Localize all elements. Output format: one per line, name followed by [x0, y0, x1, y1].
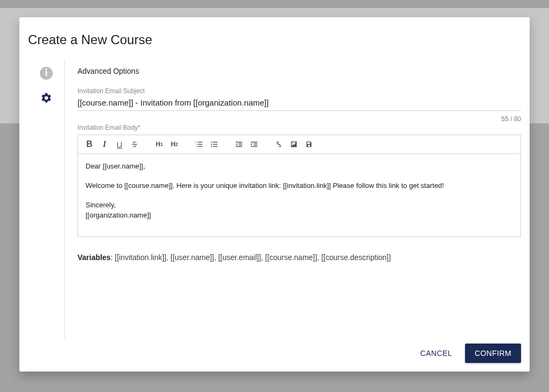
bold-button[interactable]: B [83, 138, 95, 150]
variables-hint: Variables: [[invitation.link]], [[user.n… [78, 253, 521, 262]
outdent-icon [235, 140, 243, 149]
svg-point-0 [45, 68, 47, 70]
unordered-list-button[interactable] [208, 138, 220, 150]
variables-label: Variables [78, 253, 111, 262]
strikethrough-button[interactable] [129, 138, 140, 150]
save-editor-button[interactable] [303, 138, 315, 150]
section-title: Advanced Options [78, 67, 521, 75]
invitation-email-subject-input[interactable] [78, 95, 521, 111]
image-icon [290, 140, 298, 149]
svg-point-3 [211, 144, 212, 145]
variables-list: : [[invitation.link]], [[user.name]], [[… [111, 253, 391, 262]
link-button[interactable] [273, 138, 285, 150]
subject-char-count: 55 / 80 [78, 115, 521, 123]
invitation-email-body-input[interactable]: Dear [[user.name]], Welcome to [[course.… [78, 154, 520, 236]
info-icon [45, 68, 47, 78]
modal-backdrop: Create a New Course Advanced Options Inv… [0, 0, 549, 392]
image-button[interactable] [288, 138, 300, 150]
strikethrough-icon [130, 140, 139, 149]
body-line-4: [[organization.name]] [86, 211, 513, 220]
cancel-button[interactable]: CANCEL [411, 344, 462, 363]
ordered-list-icon [195, 140, 203, 149]
outdent-button[interactable] [233, 138, 245, 150]
modal-body: Advanced Options Invitation Email Subjec… [28, 60, 521, 339]
svg-point-2 [211, 142, 212, 143]
save-icon [305, 140, 313, 149]
body-line-2: Welcome to [[course.name]]. Here is your… [86, 181, 513, 191]
italic-button[interactable]: I [98, 138, 110, 150]
editor-toolbar: B I U H1 H2 [78, 135, 520, 154]
ordered-list-button[interactable] [193, 138, 205, 150]
indent-icon [250, 140, 258, 149]
create-course-modal: Create a New Course Advanced Options Inv… [19, 17, 530, 372]
heading2-button[interactable]: H2 [168, 138, 180, 150]
stepper-rail [28, 60, 65, 339]
link-icon [274, 140, 283, 149]
heading1-button[interactable]: H1 [153, 138, 165, 150]
confirm-button[interactable]: CONFIRM [465, 344, 521, 363]
gear-icon [40, 92, 52, 106]
body-line-3: Sincerely, [86, 200, 513, 210]
svg-rect-1 [45, 71, 47, 76]
unordered-list-icon [210, 140, 219, 149]
underline-button[interactable]: U [114, 138, 125, 150]
step-basic-info[interactable] [40, 67, 53, 80]
body-line-1: Dear [[user.name]], [86, 162, 513, 171]
subject-label: Invitation Email Subject [78, 87, 521, 95]
body-label: Invitation Email Body* [78, 124, 521, 131]
step-advanced-options[interactable] [40, 93, 53, 106]
svg-point-4 [211, 146, 212, 147]
rich-text-editor: B I U H1 H2 [78, 135, 521, 237]
modal-title: Create a New Course [28, 32, 521, 47]
indent-button[interactable] [248, 138, 260, 150]
modal-actions: CANCEL CONFIRM [28, 339, 521, 363]
advanced-options-panel: Advanced Options Invitation Email Subjec… [65, 60, 521, 339]
